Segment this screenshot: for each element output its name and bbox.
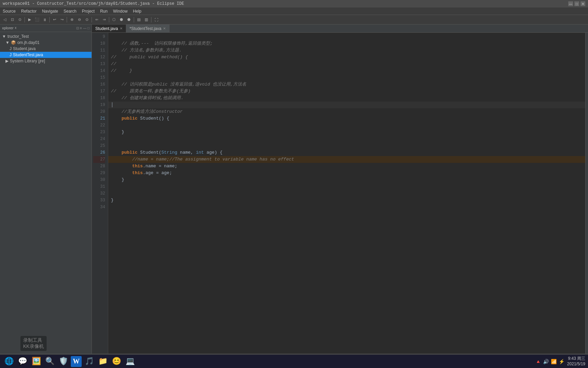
code-line-31 — [108, 183, 585, 190]
systray-icon-3: 📶 — [551, 359, 557, 364]
taskbar-antivirus[interactable]: 🛡️ — [57, 355, 69, 368]
sidebar-student-java[interactable]: J Student.java — [0, 46, 92, 52]
taskbar-music[interactable]: 🎵 — [83, 355, 95, 368]
line-num-9: 9 — [93, 33, 105, 40]
menu-help[interactable]: Help — [130, 8, 144, 14]
line-num-21: 21 — [93, 115, 105, 122]
menu-run[interactable]: Run — [97, 8, 110, 14]
sidebar-collapse-icon[interactable]: ⊡ — [76, 26, 79, 30]
line-num-28: 28 — [93, 163, 105, 170]
close-button[interactable]: ✕ — [581, 1, 585, 6]
toolbar-btn-15[interactable]: ⬢ — [118, 16, 125, 23]
line-num-34: 34 — [93, 204, 105, 211]
watermark: 录制工具 KK录像机 — [20, 336, 47, 351]
toolbar-btn-1[interactable]: ◁ — [1, 16, 8, 23]
toolbar-btn-14[interactable]: ⬡ — [111, 16, 117, 23]
sidebar-project[interactable]: ▼ tructor_Test — [0, 33, 92, 40]
toolbar-btn-12[interactable]: ⇐ — [93, 16, 100, 23]
taskbar-search[interactable]: 🔍 — [44, 355, 56, 368]
sidebar-header: xplorer ☓ ⊡ ≡ — □ — [0, 25, 92, 32]
tab-student-close[interactable]: ✕ — [120, 27, 122, 30]
maximize-button[interactable]: □ — [574, 1, 579, 6]
line-num-24: 24 — [93, 136, 105, 142]
taskbar-ide[interactable]: 💻 — [124, 355, 136, 368]
sidebar: xplorer ☓ ⊡ ≡ — □ ▼ tructor_Test ▼ 📦 om.… — [0, 25, 92, 354]
clock-date: 2021/5/19 — [567, 362, 585, 367]
code-line-34 — [108, 204, 585, 211]
taskbar-folder[interactable]: 📁 — [97, 355, 109, 368]
watermark-line1: 录制工具 — [23, 337, 44, 343]
toolbar-btn-9[interactable]: ⊕ — [68, 16, 75, 23]
tab-studenttest-close[interactable]: ✕ — [163, 27, 166, 30]
sidebar-minimize-icon[interactable]: — — [83, 26, 86, 30]
menu-project[interactable]: Project — [79, 8, 97, 14]
toolbar-btn-5[interactable]: ⬛ — [34, 16, 40, 23]
kw-this-28: this — [132, 163, 143, 170]
toolbar-btn-6[interactable]: ⏸ — [41, 16, 48, 23]
toolbar-btn-10[interactable]: ⊖ — [76, 16, 83, 23]
toolbar-btn-8[interactable]: ↪ — [59, 16, 65, 23]
toolbar-btn-11[interactable]: ⊙ — [83, 16, 90, 23]
package-icon: 📦 — [11, 40, 16, 45]
menu-window[interactable]: Window — [110, 8, 130, 14]
toolbar-btn-7[interactable]: ↩ — [51, 16, 58, 23]
menu-source[interactable]: Source — [0, 8, 18, 14]
line-num-26: 26 — [93, 149, 105, 156]
sidebar-package[interactable]: ▼ 📦 om.jh.day01 — [0, 40, 92, 46]
minimize-button[interactable]: — — [568, 1, 573, 6]
brace-23: } — [111, 129, 124, 136]
toolbar-sep-4 — [92, 17, 92, 22]
sidebar-studenttest-java[interactable]: J StudentTest.java — [0, 52, 92, 58]
toolbar-btn-13[interactable]: ⇒ — [101, 16, 108, 23]
sidebar-expand-icon[interactable]: □ — [87, 26, 89, 30]
menu-refactor[interactable]: Refactor — [18, 8, 39, 14]
kw-public-21: public — [121, 115, 137, 122]
toolbar-btn-3[interactable]: ⊙ — [16, 16, 23, 23]
taskbar-systray: 🔺 🔊 📶 ⚡ — [535, 359, 565, 364]
menu-navigate[interactable]: Navigate — [39, 8, 61, 14]
taskbar-app3[interactable]: 🖼️ — [30, 355, 42, 368]
tab-student-java[interactable]: Student.java ✕ — [92, 25, 126, 32]
code-line-28: this.name = name; — [108, 163, 585, 170]
toolbar-btn-17[interactable]: ▤ — [135, 16, 142, 23]
sidebar-title: xplorer ☓ — [2, 26, 17, 30]
line-num-14: 14 — [93, 67, 105, 74]
tab-studenttest-java[interactable]: *StudentTest.java ✕ — [126, 25, 169, 32]
taskbar-wechat[interactable]: 💬 — [16, 355, 29, 368]
toolbar-btn-4[interactable]: ▶ — [26, 16, 33, 23]
toolbar-sep-1 — [24, 17, 25, 22]
code-line-25 — [108, 142, 585, 149]
scroll-indicator[interactable] — [585, 33, 588, 354]
toolbar-btn-18[interactable]: ▥ — [143, 16, 150, 23]
sidebar-tree: ▼ tructor_Test ▼ 📦 om.jh.day01 J Student… — [0, 32, 92, 354]
taskbar-smiley[interactable]: 😊 — [110, 355, 122, 368]
comment-17: // 跟类名一样,参数先不参(无参) — [111, 88, 191, 95]
code-line-24 — [108, 136, 585, 142]
line-num-18: 18 — [93, 95, 105, 102]
taskbar-word[interactable]: W — [71, 356, 82, 367]
line-num-10: 10 — [93, 40, 105, 47]
kw-public-26: public — [121, 149, 137, 156]
menu-search[interactable]: Search — [61, 8, 79, 14]
taskbar-clock: 9:43 周三 2021/5/19 — [567, 356, 585, 367]
toolbar-btn-16[interactable]: ⬣ — [126, 16, 132, 23]
code-line-26: public Student(String name, int age) { — [108, 149, 585, 156]
comment-18: // 创建对象得时候,他就调用. — [111, 95, 183, 102]
library-icon: ▶ — [5, 59, 9, 63]
editor-area: Student.java ✕ *StudentTest.java ✕ 9 10 … — [92, 25, 588, 354]
code-content[interactable]: // 函数,--- 访问权限修饰符,返回值类型; // 方法名,参数列表,方法题… — [108, 33, 585, 354]
line-numbers: 9 10 11 12 13 14 15 16 17 18 19 20 21 22… — [92, 33, 108, 354]
library-label: System Library [jre] — [10, 59, 45, 63]
code-line-16: // 访问权限是public 没有返回值,连void 也没让用,方法名 — [108, 81, 585, 88]
taskbar-right: 🔺 🔊 📶 ⚡ 9:43 周三 2021/5/19 — [535, 356, 585, 367]
comment-14: // } — [111, 67, 132, 74]
line-num-11: 11 — [93, 47, 105, 54]
toolbar-btn-19[interactable]: ⛶ — [153, 16, 160, 23]
sidebar-system-library[interactable]: ▶ System Library [jre] — [0, 58, 92, 64]
code-editor[interactable]: 9 10 11 12 13 14 15 16 17 18 19 20 21 22… — [92, 33, 588, 354]
taskbar-ie[interactable]: 🌐 — [3, 355, 15, 368]
toolbar: ◁ ⊡ ⊙ ▶ ⬛ ⏸ ↩ ↪ ⊕ ⊖ ⊙ ⇐ ⇒ ⬡ ⬢ ⬣ ▤ ▥ ⛶ — [0, 15, 588, 25]
sidebar-menu-icon[interactable]: ≡ — [80, 26, 82, 30]
kw-this-29: this — [132, 170, 143, 177]
toolbar-btn-2[interactable]: ⊡ — [9, 16, 16, 23]
